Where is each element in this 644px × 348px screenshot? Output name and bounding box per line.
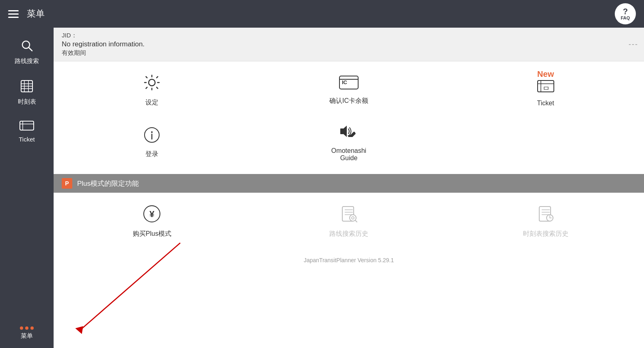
sidebar-menu-label: 菜单 [21,332,33,340]
sidebar-item-search-label: 路线搜索 [15,57,39,65]
content-area: JID： No registration information. 有效期间 -… [54,28,644,348]
main-layout: 路线搜索 时刻表 [0,28,644,348]
ic-label: 确认IC卡余额 [329,97,368,105]
dot-2 [25,326,28,330]
omotenashi-label: Omotenashi Guide [331,147,366,162]
plus-grid: ¥ 购买Plus模式 [54,193,644,250]
sidebar-bottom: 菜单 [20,326,34,348]
faq-button[interactable]: ? FAQ [615,3,636,24]
menu-item-login[interactable]: 登录 [54,115,251,170]
plus-item-time-history[interactable]: 时刻表搜索历史 [447,197,644,246]
new-badge: New [537,70,554,79]
sidebar-item-ticket[interactable]: Ticket [0,113,54,150]
ticket-icon [537,79,555,96]
plus-section-header: P Plus模式的限定功能 [54,174,644,193]
svg-rect-15 [538,80,554,92]
route-history-label: 路线搜索历史 [329,230,368,238]
buy-plus-label: 购买Plus模式 [133,230,171,238]
plus-section-title: Plus模式的限定功能 [77,179,139,188]
svg-text:IC: IC [342,79,348,85]
search-icon [20,39,33,55]
sidebar-item-search[interactable]: 路线搜索 [0,32,54,72]
svg-text:¥: ¥ [149,209,155,219]
dot-3 [30,326,34,330]
jid-no-registration: No registration information. [62,40,636,48]
top-header: 菜单 ? FAQ [0,0,644,28]
dot-1 [20,326,23,330]
sidebar-item-timetable-label: 时刻表 [18,98,36,106]
svg-point-11 [149,79,155,86]
hamburger-button[interactable] [8,10,19,18]
yen-icon: ¥ [143,205,161,226]
jid-line: JID： [62,32,636,39]
svg-marker-39 [75,326,83,334]
settings-label: 设定 [145,98,158,107]
sidebar-item-timetable[interactable]: 时刻表 [0,72,54,113]
time-history-label: 时刻表搜索历史 [523,230,568,238]
plus-item-route-history[interactable]: 路线搜索历史 [251,197,447,246]
ticket-sidebar-icon [19,120,34,133]
svg-rect-8 [20,121,34,130]
sidebar-item-ticket-label: Ticket [19,136,35,143]
route-history-icon [340,205,358,226]
login-label: 登录 [145,150,158,159]
dots-icon [20,326,34,330]
plus-badge: P [62,178,72,189]
menu-item-ticket[interactable]: New Ticket [447,65,644,115]
menu-item-omotenashi[interactable]: Omotenashi Guide [251,115,447,170]
svg-rect-21 [340,128,344,134]
svg-line-1 [29,48,32,51]
menu-item-settings[interactable]: 设定 [54,65,251,115]
info-icon [144,127,160,147]
sidebar: 路线搜索 时刻表 [0,28,54,348]
ic-card-icon: IC [339,75,359,94]
menu-grid: 设定 IC 确认IC卡余额 New [54,61,644,174]
menu-item-ic[interactable]: IC 确认IC卡余额 [251,65,447,115]
faq-question-mark: ? [623,7,628,15]
version-info: JapanTransitPlanner Version 5.29.1 [54,250,644,270]
jid-dots: --- [629,40,638,49]
timetable-icon [20,80,33,96]
svg-point-19 [151,131,153,133]
jid-bar: JID： No registration information. 有效期间 -… [54,28,644,61]
menu-item-empty [447,115,644,170]
jid-validity: 有效期间 [62,49,636,57]
settings-icon [143,74,161,95]
ticket-menu-label: Ticket [537,100,554,107]
svg-line-30 [355,220,357,222]
time-history-icon [537,205,555,226]
header-title: 菜单 [27,8,45,20]
omotenashi-icon [339,123,358,144]
faq-label: FAQ [621,15,630,20]
plus-item-buy[interactable]: ¥ 购买Plus模式 [54,197,251,246]
